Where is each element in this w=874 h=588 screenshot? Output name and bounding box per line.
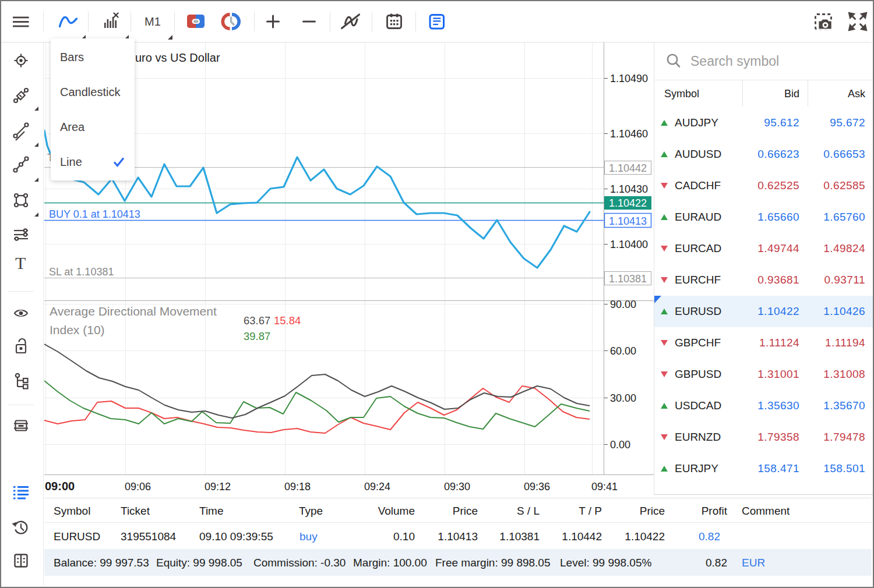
svg-text:1.10400: 1.10400: [610, 239, 648, 250]
svg-text:Average Directional Movement: Average Directional Movement: [50, 304, 217, 318]
svg-text:09:18: 09:18: [284, 481, 311, 493]
svg-text:09:12: 09:12: [205, 481, 231, 493]
svg-text:0.00: 0.00: [610, 439, 630, 451]
svg-text:BUY 0.1 at 1.10413: BUY 0.1 at 1.10413: [49, 208, 140, 220]
svg-text:1.10490: 1.10490: [610, 73, 648, 84]
svg-text:30.00: 30.00: [610, 392, 636, 404]
svg-text:1.10422: 1.10422: [609, 197, 647, 209]
svg-text:09:30: 09:30: [444, 481, 470, 493]
svg-text:1.10381: 1.10381: [609, 273, 647, 285]
svg-text:09:36: 09:36: [524, 481, 550, 493]
svg-text:09:24: 09:24: [364, 481, 390, 493]
svg-text:63.67: 63.67: [244, 314, 270, 327]
svg-text:Index (10): Index (10): [50, 323, 105, 336]
svg-text:1.10413: 1.10413: [609, 215, 647, 227]
svg-text:SL at 1.10381: SL at 1.10381: [49, 266, 114, 278]
svg-text:1.10460: 1.10460: [610, 128, 648, 140]
svg-text:60.00: 60.00: [610, 345, 636, 357]
svg-text:09:00: 09:00: [45, 480, 75, 493]
svg-text:15.84: 15.84: [274, 314, 301, 327]
svg-text:90.00: 90.00: [610, 299, 636, 310]
svg-text:1.10430: 1.10430: [610, 183, 648, 195]
svg-text:uro vs US Dollar: uro vs US Dollar: [135, 51, 220, 64]
svg-text:T: T: [15, 253, 26, 272]
svg-text:1.10442: 1.10442: [609, 162, 647, 174]
svg-text:39.87: 39.87: [244, 330, 270, 342]
svg-text:09:06: 09:06: [125, 481, 151, 493]
svg-text:M1: M1: [145, 15, 161, 28]
